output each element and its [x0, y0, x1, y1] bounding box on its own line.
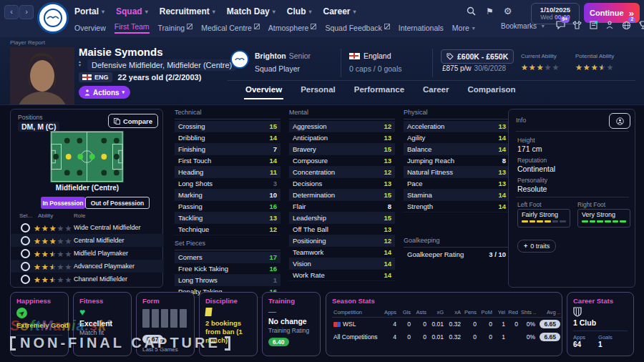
menu-club[interactable]: Club	[287, 6, 312, 16]
actions-button[interactable]: Actions▾	[79, 86, 130, 99]
tab-performance[interactable]: Performance	[353, 82, 406, 99]
stat-header-pom[interactable]: PoM	[478, 308, 494, 318]
international-nation[interactable]: England	[349, 52, 391, 60]
role-select-radio[interactable]	[21, 223, 30, 233]
career-stats-card[interactable]: Career Stats 1 Club Apps 64 Goals 1	[567, 292, 634, 356]
menu-recruitment[interactable]: Recruitment	[160, 6, 215, 16]
discipline-card[interactable]: Discipline 2 bookings from ban (1 match)	[199, 292, 258, 356]
position-dot-dark[interactable]	[101, 138, 107, 144]
position-pitch[interactable]	[49, 131, 125, 182]
happiness-card[interactable]: Happiness ➤ Extremely Good	[10, 292, 69, 356]
role-row[interactable]: ★★★★★★★★★★Advanced Playmaker	[11, 260, 164, 273]
shirt-icon[interactable]	[572, 20, 582, 30]
stat-header-apps[interactable]: Apps	[382, 308, 398, 318]
subnav-more[interactable]: More	[452, 24, 475, 32]
search-icon[interactable]	[467, 6, 476, 16]
traits-button[interactable]: + 0 traits	[517, 240, 556, 253]
menu-portal[interactable]: Portal	[74, 6, 104, 16]
position-dot-dark[interactable]	[114, 138, 119, 144]
role-row[interactable]: ★★★★★★★★★★Wide Central Midfielder	[11, 221, 164, 234]
fitness-card[interactable]: Fitness ♥ Excellent Match fit	[73, 292, 132, 356]
in-possession-toggle[interactable]: In Possession	[41, 197, 85, 209]
stat-header-yel[interactable]: Yel	[494, 308, 507, 318]
subnav-squad-feedback[interactable]: Squad Feedback	[325, 24, 389, 32]
trophy-icon[interactable]	[638, 20, 644, 30]
position-dot-dark[interactable]	[64, 170, 70, 175]
attribute-row-marking: Marking10	[175, 190, 280, 201]
role-ability-stars: ★★★★★★★★★★	[34, 263, 72, 271]
position-dot-dark[interactable]	[64, 138, 70, 144]
tab-overview[interactable]: Overview	[244, 82, 283, 99]
position-dot-green[interactable]	[77, 154, 83, 160]
person-circle-icon	[616, 117, 624, 125]
tab-personal[interactable]: Personal	[299, 82, 337, 99]
world-icon[interactable]: 2	[621, 20, 631, 30]
stat-header-asts[interactable]: Asts	[412, 308, 428, 318]
training-value: No change	[268, 317, 314, 326]
menu-career[interactable]: Career	[323, 6, 356, 16]
role-name: Channel Midfielder	[74, 275, 127, 283]
transfer-value[interactable]: £600K - £650K	[441, 49, 514, 64]
personality-label: Personality	[517, 177, 547, 184]
subnav-training[interactable]: Training	[158, 24, 193, 32]
position-dot-yellow[interactable]	[101, 154, 107, 160]
position-dot-dark[interactable]	[101, 170, 107, 175]
inbox-icon[interactable]: 9+	[555, 20, 565, 30]
foot-strength-segment	[605, 220, 611, 222]
role-select-radio[interactable]	[21, 262, 30, 271]
england-flag-icon	[82, 74, 92, 80]
subnav-internationals[interactable]: Internationals	[399, 24, 444, 32]
role-row[interactable]: ★★★★★★★★★★Channel Midfielder	[11, 273, 164, 285]
subnav-atmosphere[interactable]: Atmosphere	[268, 24, 317, 32]
scouting-icon[interactable]	[605, 20, 615, 30]
stat-header-avg-[interactable]: Avg ..	[537, 308, 562, 318]
subnav-medical-centre[interactable]: Medical Centre	[201, 24, 260, 32]
menu-match-day[interactable]: Match Day	[227, 6, 275, 16]
position-dot-yellow[interactable]	[66, 154, 72, 160]
profile-button[interactable]	[609, 113, 630, 129]
yellow-card-icon	[205, 308, 212, 316]
continue-label: Continue	[590, 9, 624, 17]
external-link-icon	[384, 24, 390, 29]
subnav-first-team[interactable]: First Team	[114, 22, 150, 34]
position-dot-dark[interactable]	[77, 170, 82, 175]
expand-chevrons-icon[interactable]: ▴▾	[79, 60, 84, 67]
season-stats-row[interactable]: All Competitions4000.010.320010%6.65	[332, 331, 562, 343]
position-dot-dark[interactable]	[114, 170, 119, 175]
training-rating-badge: 6.40	[268, 338, 289, 346]
subnav-overview[interactable]: Overview	[74, 24, 106, 32]
stat-header-pens[interactable]: Pens	[462, 308, 478, 318]
position-dot-green[interactable]	[89, 154, 95, 160]
stat-header-competition[interactable]: Competition	[332, 308, 382, 318]
flag-icon[interactable]: ⚑	[486, 6, 494, 16]
role-select-radio[interactable]	[21, 275, 30, 284]
position-dot-dark[interactable]	[53, 154, 59, 160]
stat-header-gls[interactable]: Gls	[398, 308, 412, 318]
role-select-radio[interactable]	[21, 236, 30, 245]
bookmarks-dropdown[interactable]: Bookmarks	[501, 22, 545, 30]
height-label: Height	[517, 137, 535, 144]
back-button[interactable]: ‹	[4, 5, 19, 19]
tab-career[interactable]: Career	[421, 82, 450, 99]
role-row[interactable]: ★★★★★★★★★★Midfield Playmaker	[11, 247, 164, 260]
forward-button[interactable]: ›	[19, 5, 34, 19]
position-dot-dark[interactable]	[77, 138, 82, 144]
training-card[interactable]: Training — No change Training Rating 6.4…	[262, 292, 321, 356]
gear-icon[interactable]: ⚙	[504, 6, 512, 16]
stat-header-red[interactable]: Red	[507, 308, 519, 318]
stat-header-shts-[interactable]: Shts ..	[519, 308, 537, 318]
form-card[interactable]: Form 6.67 Last 5 Games	[136, 292, 195, 356]
position-dot-dark[interactable]	[114, 154, 119, 160]
role-row[interactable]: ★★★★★★★★★★Central Midfielder	[11, 234, 164, 247]
stat-header-xa[interactable]: xA	[445, 308, 462, 318]
role-select-radio[interactable]	[21, 249, 30, 258]
divider	[341, 49, 341, 77]
out-of-possession-toggle[interactable]: Out of Possession	[85, 197, 150, 209]
menu-squad[interactable]: Squad	[116, 6, 148, 16]
tab-comparison[interactable]: Comparison	[467, 82, 517, 99]
compare-button[interactable]: Compare	[108, 114, 158, 128]
report-icon[interactable]	[588, 20, 598, 30]
stat-header-xg[interactable]: xG	[428, 308, 445, 318]
season-stats-row[interactable]: WSL4000.010.3200100%6.65	[332, 318, 562, 331]
club-name[interactable]: BrightonSenior	[255, 52, 311, 60]
